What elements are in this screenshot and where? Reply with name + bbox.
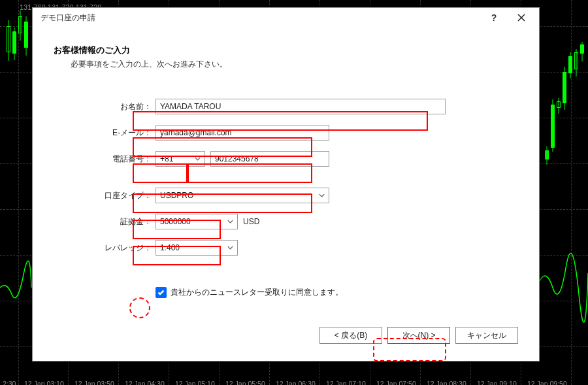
phone-code-select[interactable]: +81: [155, 151, 205, 167]
consent-checkbox[interactable]: [155, 287, 167, 298]
demo-account-dialog: デモ口座の申請 ? お客様情報のご入力 必要事項をご入力の上、次へお進み下さい。…: [32, 7, 540, 361]
dialog-title: デモ口座の申請: [41, 12, 480, 24]
deposit-select[interactable]: 5000000: [155, 214, 238, 229]
cancel-button[interactable]: キャンセル: [455, 327, 518, 344]
highlight-consent-circle: [129, 297, 150, 318]
section-sub-heading: 必要事項をご入力の上、次へお進み下さい。: [71, 59, 518, 70]
deposit-label: 証拠金：: [54, 216, 155, 227]
name-input[interactable]: [155, 99, 446, 114]
phone-label: 電話番号：: [54, 154, 155, 165]
leverage-value: 1:400: [160, 243, 180, 252]
section-heading: お客様情報のご入力: [54, 44, 518, 56]
next-button[interactable]: 次へ(N) >: [387, 327, 450, 344]
close-button[interactable]: [508, 8, 535, 27]
email-label: E-メール：: [54, 127, 155, 139]
dialog-titlebar: デモ口座の申請 ?: [33, 8, 539, 27]
back-button[interactable]: < 戻る(B): [319, 327, 382, 344]
account-type-label: 口座タイプ：: [54, 190, 155, 201]
deposit-value: 5000000: [160, 217, 191, 226]
deposit-currency: USD: [243, 217, 259, 226]
dialog-body: お客様情報のご入力 必要事項をご入力の上、次へお進み下さい。 お名前： E-メー…: [33, 27, 539, 361]
leverage-select[interactable]: 1:400: [155, 240, 238, 256]
account-type-value: USDPRO: [160, 191, 193, 200]
phone-number-input[interactable]: [210, 151, 329, 167]
phone-code-value: +81: [160, 154, 173, 163]
name-label: お名前：: [54, 101, 155, 112]
consent-label: 貴社からのニュースレター受取りに同意します。: [171, 287, 343, 298]
help-button[interactable]: ?: [480, 8, 508, 27]
account-type-select[interactable]: USDPRO: [155, 188, 329, 203]
leverage-label: レバレッジ：: [54, 243, 155, 254]
email-input[interactable]: [155, 125, 329, 141]
